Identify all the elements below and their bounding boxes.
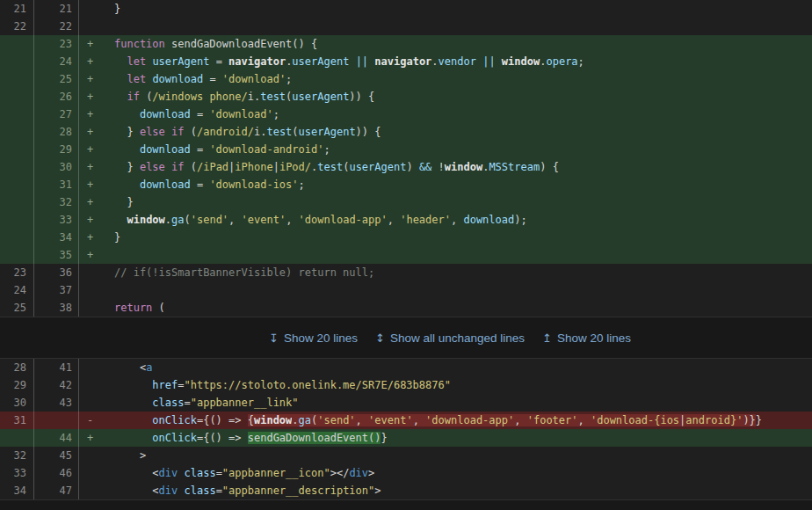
- code-line: <div class="appbanner__icon"></div>: [114, 464, 812, 482]
- code-token: 'download-android': [209, 143, 323, 156]
- code-token: 'send': [191, 214, 228, 226]
- old-line-number: 31: [0, 412, 34, 429]
- code-token: =: [178, 379, 184, 391]
- code-token: }: [756, 414, 762, 426]
- code-token: href: [152, 379, 178, 391]
- code-token: [178, 484, 184, 497]
- code-token: >: [374, 484, 381, 497]
- diff-marker: [79, 376, 114, 394]
- show-20-lines-up-label: Show 20 lines: [557, 332, 631, 345]
- diff-row: 34+}: [0, 229, 812, 246]
- code-token: ></: [330, 467, 350, 479]
- code-token: ||: [482, 55, 495, 68]
- code-token: window: [502, 55, 540, 68]
- code-line: } else if (/iPad|iPhone|iPod/.test(userA…: [114, 158, 812, 176]
- code-token: a: [146, 361, 152, 374]
- code-token: >: [114, 449, 146, 462]
- diff-marker: [79, 281, 114, 299]
- code-token: [496, 55, 502, 68]
- code-token: iPhone: [235, 161, 272, 173]
- code-token: function: [114, 38, 165, 50]
- old-line-number: [0, 53, 34, 70]
- code-line: let userAgent = navigator.userAgent || n…: [114, 53, 812, 70]
- code-token: class: [152, 397, 184, 409]
- code-token: =: [191, 143, 210, 156]
- code-token: (: [185, 161, 197, 173]
- code-token: if: [171, 126, 184, 138]
- diff-row: 2538return (: [0, 299, 812, 317]
- code-token: userAgent: [292, 55, 349, 68]
- show-all-unchanged-lines-button[interactable]: ↕ Show all unchanged lines: [375, 332, 525, 345]
- code-token: window: [127, 214, 164, 226]
- diff-marker: [79, 447, 114, 464]
- new-line-number: 45: [34, 447, 79, 464]
- diff-row: 3447 <div class="appbanner__description"…: [0, 482, 812, 499]
- code-token: let: [127, 55, 146, 68]
- diff-marker: +: [79, 123, 114, 141]
- new-line-number: 31: [34, 176, 79, 193]
- code-token: (: [140, 91, 152, 103]
- code-token: .: [431, 55, 438, 68]
- code-token: div: [159, 484, 178, 497]
- code-token: [114, 379, 152, 391]
- new-line-number: 29: [34, 141, 79, 158]
- new-line-number: 41: [34, 359, 79, 376]
- code-token: ;: [299, 178, 305, 191]
- code-token: else: [140, 126, 165, 138]
- diff-row: 25+ let download = 'download';: [0, 70, 812, 88]
- unchanged-region-controls: ↧ Show 20 lines ↕ Show all unchanged lin…: [269, 332, 631, 345]
- old-line-number: [0, 70, 34, 88]
- new-line-number: 35: [34, 246, 79, 264]
- code-token: download: [140, 178, 191, 191]
- new-line-number: [34, 412, 79, 429]
- code-token: [178, 467, 184, 479]
- code-token: iPod/: [279, 161, 311, 173]
- old-line-number: [0, 229, 34, 246]
- code-token: 'download': [209, 108, 272, 120]
- diff-marker: +: [79, 35, 114, 53]
- code-token: [165, 161, 171, 173]
- collapsed-region-bar[interactable]: [0, 499, 812, 510]
- code-token: =: [216, 467, 222, 479]
- code-token: [114, 214, 127, 226]
- code-line: download = 'download-ios';: [114, 176, 812, 193]
- diff-hunk-top: 2121}222223+function sendGaDownloadEvent…: [0, 0, 812, 317]
- code-token: download: [463, 214, 514, 226]
- code-token: [114, 414, 152, 426]
- code-line: [114, 246, 812, 264]
- code-token: 'event': [242, 214, 286, 226]
- new-line-number: 36: [34, 264, 79, 281]
- diff-marker: +: [79, 246, 114, 264]
- new-line-number: 38: [34, 299, 79, 317]
- code-token: div: [159, 467, 178, 479]
- old-line-number: 21: [0, 0, 34, 18]
- show-20-lines-up-button[interactable]: ↥ Show 20 lines: [542, 332, 631, 345]
- diff-row: 33+ window.ga('send', 'event', 'download…: [0, 211, 812, 229]
- diff-row: 3245 >: [0, 447, 812, 464]
- code-token: }: [114, 196, 134, 208]
- code-token: ) {: [540, 161, 559, 173]
- diff-row: 29+ download = 'download-android';: [0, 141, 812, 158]
- code-token: );: [514, 214, 526, 226]
- code-token: "appbanner__description": [222, 484, 374, 497]
- code-token: "appbanner__link": [191, 397, 299, 409]
- show-20-lines-down-button[interactable]: ↧ Show 20 lines: [269, 332, 358, 345]
- old-line-number: [0, 141, 34, 158]
- code-token: download: [140, 143, 191, 156]
- diff-marker: -: [79, 412, 114, 429]
- code-token: ;: [286, 73, 292, 85]
- diff-row: 3043 class="appbanner__link": [0, 394, 812, 412]
- code-line: let download = 'download';: [114, 70, 812, 88]
- old-line-number: [0, 35, 34, 53]
- code-token: ,: [228, 214, 241, 226]
- old-line-number: 23: [0, 264, 34, 281]
- old-line-number: 34: [0, 482, 34, 499]
- code-token: onClick: [152, 414, 197, 426]
- diff-marker: +: [79, 53, 114, 70]
- new-line-number: 33: [34, 211, 79, 229]
- new-line-number: 24: [34, 53, 79, 70]
- code-token: ;: [273, 108, 279, 120]
- code-token: return: [114, 302, 152, 314]
- code-token: .: [292, 414, 298, 426]
- code-token: [165, 126, 171, 138]
